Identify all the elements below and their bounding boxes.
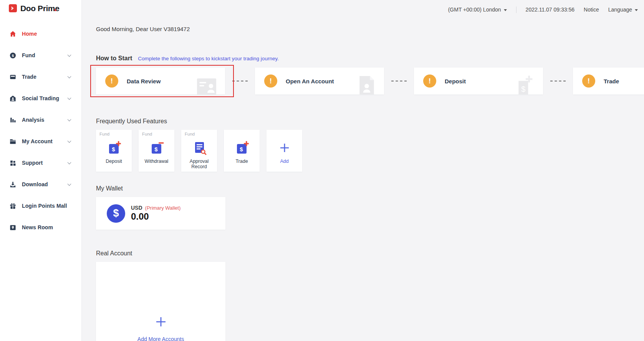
sidebar: Doo Prime Home $ Fund Trade xyxy=(0,0,82,341)
main-content: (GMT +00:00) London 2022.11.07 09:33:56 … xyxy=(82,0,644,341)
feature-card-approval-record[interactable]: Fund Approval Record xyxy=(181,130,217,172)
step-connector xyxy=(543,81,573,81)
feature-tag xyxy=(267,132,302,137)
feature-label: Withdrawal xyxy=(139,159,174,164)
chevron-down-icon xyxy=(68,161,71,164)
wallet-icon xyxy=(9,73,17,81)
sidebar-item-home[interactable]: Home xyxy=(0,23,81,45)
sidebar-item-label: Login Points Mall xyxy=(22,203,67,209)
svg-text:$: $ xyxy=(521,85,525,93)
caret-down-icon xyxy=(635,9,638,11)
wallet-title: My Wallet xyxy=(96,185,123,192)
house-user-icon xyxy=(9,95,17,102)
feature-label: Add xyxy=(267,159,302,164)
download-icon xyxy=(9,181,17,188)
feature-card-trade[interactable]: $ Trade xyxy=(224,130,260,172)
step-connector xyxy=(225,81,255,81)
step-card-data-review[interactable]: ! Data Review xyxy=(96,68,225,94)
sidebar-item-label: News Room xyxy=(22,224,53,230)
header-divider xyxy=(516,7,517,13)
gift-icon xyxy=(9,202,17,210)
sidebar-item-news-room[interactable]: News Room xyxy=(0,217,81,238)
greeting-text: Good Morning, Dear User V3819472 xyxy=(96,26,190,32)
step-connector xyxy=(384,81,414,81)
warning-status-icon: ! xyxy=(582,74,595,88)
feature-card-add[interactable]: Add xyxy=(267,130,302,172)
timezone-value: (GMT +00:00) London xyxy=(448,7,501,13)
sidebar-item-label: Home xyxy=(22,31,37,37)
notice-link[interactable]: Notice xyxy=(584,7,599,13)
features-row: Fund $ Deposit Fund $ Withdrawal Fund Ap… xyxy=(96,130,302,172)
dollar-circle-icon: $ xyxy=(9,52,17,59)
add-more-accounts-link[interactable]: Add More Accounts xyxy=(137,336,184,341)
step-card-deposit[interactable]: ! Deposit $ xyxy=(414,68,543,94)
deposit-icon: $ xyxy=(96,140,132,156)
caret-down-icon xyxy=(504,9,507,11)
warning-status-icon: ! xyxy=(105,74,118,88)
dollar-bill-plus-icon: $ xyxy=(516,75,535,94)
feature-card-deposit[interactable]: Fund $ Deposit xyxy=(96,130,132,172)
add-plus-icon xyxy=(156,316,166,329)
svg-text:$: $ xyxy=(154,146,158,152)
step-label: Open An Account xyxy=(286,78,334,84)
svg-text:$: $ xyxy=(240,146,243,152)
step-label: Data Review xyxy=(127,78,161,84)
sidebar-item-download[interactable]: Download xyxy=(0,174,81,195)
svg-text:$: $ xyxy=(12,53,14,58)
wallet-balance: 0.00 xyxy=(131,211,180,222)
add-plus-icon xyxy=(267,140,302,156)
datetime-display: 2022.11.07 09:33:56 xyxy=(526,7,574,13)
chevron-down-icon xyxy=(68,118,71,121)
add-account-card[interactable]: Add More Accounts xyxy=(96,262,225,341)
wallet-card: $ USD (Primary Wallet) 0.00 xyxy=(96,197,225,230)
feature-tag xyxy=(224,132,260,137)
sidebar-item-login-points-mall[interactable]: Login Points Mall xyxy=(0,195,81,217)
chevron-down-icon xyxy=(68,182,71,186)
wallet-currency: USD xyxy=(131,205,142,211)
onboarding-steps: ! Data Review ! Open An Account ! Deposi… xyxy=(96,68,644,94)
sidebar-item-label: Analysis xyxy=(22,117,44,123)
feature-tag: Fund xyxy=(181,132,217,137)
sidebar-item-trade[interactable]: Trade xyxy=(0,66,81,88)
timezone-selector[interactable]: (GMT +00:00) London xyxy=(448,7,507,13)
sidebar-item-fund[interactable]: $ Fund xyxy=(0,45,81,66)
approval-record-icon xyxy=(181,140,217,156)
grid-icon xyxy=(9,159,17,167)
app-window: Doo Prime Home $ Fund Trade xyxy=(0,0,644,341)
feature-card-withdrawal[interactable]: Fund $ Withdrawal xyxy=(139,130,174,172)
how-to-start-header: How to Start Complete the following step… xyxy=(96,55,279,62)
sidebar-item-label: Fund xyxy=(22,52,35,58)
step-card-trade[interactable]: ! Trade xyxy=(573,68,644,94)
language-selector[interactable]: Language xyxy=(608,7,638,13)
home-icon xyxy=(9,30,17,38)
language-label: Language xyxy=(608,7,632,13)
sidebar-item-analysis[interactable]: Analysis xyxy=(0,109,81,131)
news-icon xyxy=(9,224,17,231)
feature-label: Deposit xyxy=(96,159,132,164)
features-title: Frequently Used Features xyxy=(96,118,167,125)
sidebar-item-label: Social Trading xyxy=(22,95,59,101)
sidebar-nav: Home $ Fund Trade Social Tradi xyxy=(0,0,81,238)
how-to-start-subtitle: Complete the following steps to kickstar… xyxy=(138,56,279,61)
feature-tag: Fund xyxy=(139,132,174,137)
doo-prime-logo-icon xyxy=(9,4,17,12)
sidebar-item-social-trading[interactable]: Social Trading xyxy=(0,88,81,109)
sidebar-item-my-account[interactable]: My Account xyxy=(0,131,81,152)
sidebar-item-support[interactable]: Support xyxy=(0,152,81,174)
feature-label: Trade xyxy=(224,159,260,164)
real-account-title: Real Account xyxy=(96,250,132,257)
chevron-down-icon xyxy=(68,139,71,143)
chevron-down-icon xyxy=(68,53,71,57)
primary-wallet-badge: (Primary Wallet) xyxy=(145,205,181,211)
id-card-icon xyxy=(197,77,217,94)
chevron-down-icon xyxy=(68,74,71,78)
top-header: (GMT +00:00) London 2022.11.07 09:33:56 … xyxy=(448,0,638,19)
document-user-icon xyxy=(358,76,376,94)
svg-text:$: $ xyxy=(112,146,115,152)
brand-logo[interactable]: Doo Prime xyxy=(9,4,59,12)
step-label: Trade xyxy=(604,78,619,84)
folder-icon xyxy=(9,138,17,145)
step-card-open-account[interactable]: ! Open An Account xyxy=(255,68,384,94)
sidebar-item-label: Trade xyxy=(22,74,36,80)
brand-name: Doo Prime xyxy=(20,4,59,12)
